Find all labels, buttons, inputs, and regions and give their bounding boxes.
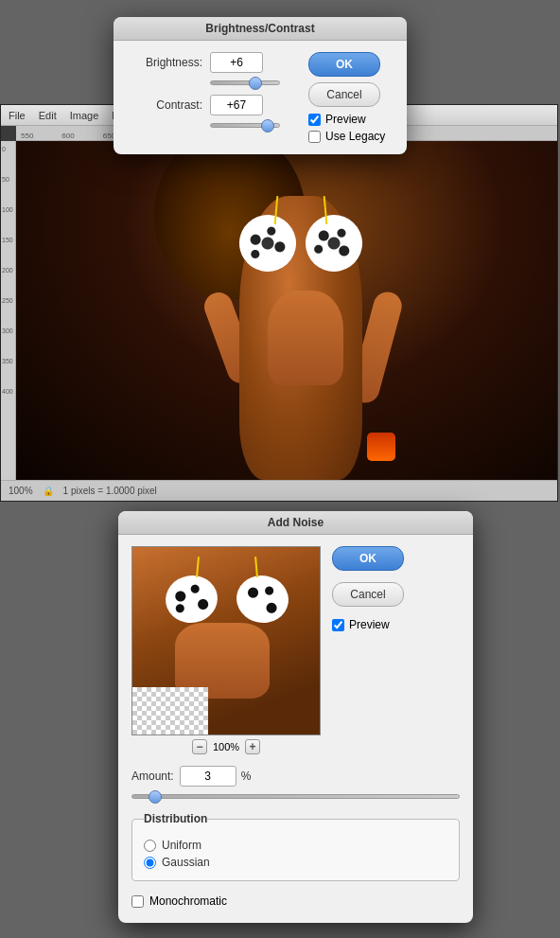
zoom-controls: − 100% + [131,739,321,754]
bikini-top [230,215,372,291]
contrast-input[interactable] [210,95,263,115]
brightness-contrast-dialog: Brightness/Contrast Brightness: Contrast… [114,17,407,154]
noise-button-column: OK Cancel Preview [332,546,404,754]
floral-pattern-right [301,210,367,276]
noise-preview-checkbox[interactable] [332,619,344,631]
photo-background [16,141,557,480]
transparency-checker [132,687,208,734]
zoom-level: 100% [9,486,33,496]
gaussian-radio-row: Gaussian [144,856,447,869]
bikini-cup-right [301,210,367,276]
distribution-group: Distribution Uniform Gaussian [131,812,460,881]
status-info: 1 pixels = 1.0000 pixel [63,486,157,496]
menu-image[interactable]: Image [70,110,99,121]
bc-dialog-title: Brightness/Contrast [114,17,407,41]
monochromatic-checkbox[interactable] [131,895,144,908]
menu-edit[interactable]: Edit [39,110,57,121]
bc-preview-checkbox[interactable] [308,114,321,126]
amount-unit: % [241,770,252,783]
menu-file[interactable]: File [9,110,26,121]
uniform-label: Uniform [162,839,201,852]
uniform-radio[interactable] [144,840,156,852]
contrast-label: Contrast: [127,98,202,112]
bc-title-text: Brightness/Contrast [205,22,314,35]
amount-input[interactable] [180,766,236,787]
brightness-input[interactable] [210,52,263,73]
zoom-in-button[interactable]: + [245,739,260,754]
uniform-radio-row: Uniform [144,839,447,852]
amount-label: Amount: [131,770,174,783]
noise-cancel-button[interactable]: Cancel [332,582,404,607]
zoom-out-button[interactable]: − [192,739,207,754]
noise-amount-slider[interactable] [131,794,460,799]
ruler-vertical: 0 50 100 150 200 250 300 350 400 [1,141,16,480]
contrast-slider-thumb[interactable] [261,119,274,133]
monochromatic-label: Monochromatic [149,894,227,908]
model-figure [211,158,400,480]
noise-title-text: Add Noise [268,516,324,529]
noise-dialog-title: Add Noise [118,511,473,535]
noise-preview-box[interactable] [131,546,321,735]
lock-icon: 🔒 [43,486,54,496]
ps-statusbar: 100% 🔒 1 pixels = 1.0000 pixel [1,480,557,501]
bc-preview-label: Preview [325,113,366,126]
noise-preview-image [132,547,320,734]
bikini-cup-left [235,210,301,276]
bc-ok-button[interactable]: OK [308,52,380,77]
bc-cancel-button[interactable]: Cancel [308,82,380,107]
brightness-slider-thumb[interactable] [249,77,262,90]
photoshop-window: File Edit Image Layer Select Filter View… [0,104,558,502]
bracelet [367,433,395,461]
noise-slider-thumb[interactable] [149,790,162,804]
bc-legacy-checkbox[interactable] [308,131,321,143]
belly [268,291,343,385]
distribution-label: Distribution [144,812,207,825]
gaussian-label: Gaussian [162,856,210,869]
noise-ok-button[interactable]: OK [332,546,404,571]
noise-preview-label: Preview [349,618,390,631]
floral-pattern-left [235,210,301,276]
monochromatic-row: Monochromatic [131,891,460,911]
contrast-slider-track [210,123,280,128]
brightness-label: Brightness: [127,56,202,69]
add-noise-dialog: Add Noise [118,511,473,923]
gaussian-radio[interactable] [144,857,156,869]
zoom-level-text: 100% [213,741,239,752]
canvas-area [16,141,557,480]
brightness-slider-track [210,80,280,85]
bc-legacy-label: Use Legacy [325,130,385,143]
